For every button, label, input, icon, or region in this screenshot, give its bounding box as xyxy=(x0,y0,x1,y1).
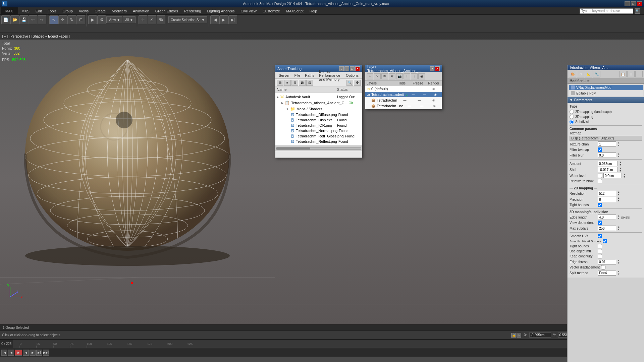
water-level-input[interactable] xyxy=(603,173,622,178)
menu-customize[interactable]: Customize xyxy=(260,8,283,14)
modifier-icon-6[interactable]: ⊞ xyxy=(627,71,635,77)
texture-refl-gloss[interactable]: 🖼 Tetradrachm_Refl_Gloss.png Found xyxy=(277,133,361,139)
maximize-button[interactable]: □ xyxy=(631,1,636,6)
undo-btn[interactable]: ↩ xyxy=(29,15,37,24)
split-method-spinner[interactable]: ▲▼ xyxy=(618,270,620,276)
asset-menu-bitmap-perf[interactable]: Bitmap Performance and Memory xyxy=(317,69,343,82)
snap-icon[interactable]: ⊹ xyxy=(517,333,521,338)
layer-row-sub1[interactable]: 📦 Tetradrachm — — ◉ xyxy=(365,98,442,103)
prev-frame-btn[interactable]: |◀ xyxy=(210,15,219,24)
file-item[interactable]: ▶ 📋 Tetradrachm_Athens_Ancient_C... Ok xyxy=(277,100,361,106)
angle-snap-btn[interactable]: ∠ xyxy=(148,15,156,24)
select-btn[interactable]: ↖ xyxy=(49,15,58,24)
precision-input[interactable] xyxy=(598,197,616,202)
menu-modifiers[interactable]: Modifiers xyxy=(109,8,129,14)
menu-rendering[interactable]: Rendering xyxy=(181,8,204,14)
tight-bounds-check[interactable] xyxy=(598,203,602,207)
view-mode-dropdown[interactable]: View ▼ xyxy=(106,16,122,23)
rotate-btn[interactable]: ↻ xyxy=(67,15,76,24)
water-level-check[interactable] xyxy=(598,174,602,178)
edge-thresh-spinner[interactable]: ▲▼ xyxy=(618,259,620,264)
layer-move-up[interactable]: ↑ xyxy=(404,73,410,79)
render-setup-btn[interactable]: ⚙ xyxy=(97,15,106,24)
modifier-icon-1[interactable]: 🎨 xyxy=(569,71,576,77)
anim-play-reverse[interactable]: ◀ xyxy=(23,350,29,356)
radio-subdivision[interactable]: Subdivision xyxy=(570,120,642,124)
resolution-input[interactable] xyxy=(598,191,616,196)
filter-texmap-check[interactable] xyxy=(598,147,602,152)
play-btn[interactable]: ▶ xyxy=(219,15,228,24)
edge-thresh-input[interactable] xyxy=(598,259,616,264)
split-method-input[interactable] xyxy=(598,270,616,276)
filter-blur-input[interactable] xyxy=(598,153,616,158)
asset-tool-4[interactable]: ⊠ xyxy=(299,80,306,86)
shift-input[interactable] xyxy=(598,167,618,172)
anim-play[interactable]: ▶ xyxy=(15,350,22,356)
asset-menu-paths[interactable]: Paths xyxy=(303,73,316,78)
texture-chan-input[interactable] xyxy=(598,141,616,147)
texture-diffuse[interactable]: 🖼 Tetradrachm_Diffuse.png Found xyxy=(277,112,361,117)
layer-delete-btn[interactable]: ✕ xyxy=(374,73,381,79)
menu-help[interactable]: Help xyxy=(307,8,320,14)
timeline-track[interactable]: 0 25 50 75 100 125 150 175 200 225 xyxy=(13,340,644,348)
snap-btn[interactable]: ⊹ xyxy=(139,15,147,24)
menu-views[interactable]: Views xyxy=(76,8,91,14)
lock-icon[interactable]: 🔒 xyxy=(511,333,516,338)
asset-tool-1[interactable]: ⊞ xyxy=(277,80,283,86)
anim-prev-frame[interactable]: ◀ xyxy=(8,350,14,356)
menu-group[interactable]: Group xyxy=(60,8,76,14)
max-subdivs-input[interactable] xyxy=(598,226,616,231)
amount-spinner[interactable]: ▲▼ xyxy=(619,161,622,166)
modifier-icon-7[interactable]: ↕ xyxy=(635,71,643,77)
scale-btn[interactable]: ⊡ xyxy=(76,15,85,24)
asset-tool-2[interactable]: ≡ xyxy=(284,80,291,86)
anim-end[interactable]: ▶▶| xyxy=(43,350,49,356)
anim-next-key[interactable]: ▶| xyxy=(36,350,42,356)
move-btn[interactable]: ✛ xyxy=(58,15,67,24)
anim-next-frame[interactable]: ▶ xyxy=(30,350,36,356)
layer-panel-help[interactable]: ? xyxy=(430,66,434,71)
radio-3d[interactable] xyxy=(570,115,574,119)
asset-tool-settings[interactable]: ⚙ xyxy=(354,80,361,86)
menu-edit[interactable]: Edit xyxy=(33,8,45,14)
modifier-icon-2[interactable]: ⚙ xyxy=(577,71,584,77)
layer-new-btn[interactable]: + xyxy=(367,73,373,79)
modifier-icon-3[interactable]: 📐 xyxy=(585,71,592,77)
menu-animation[interactable]: Animation xyxy=(130,8,152,14)
texture-ior[interactable]: 🖼 Tetradrachm_IOR.png Found xyxy=(277,123,361,128)
maps-folder[interactable]: ▼ 📁 Maps / Shaders xyxy=(277,106,361,112)
keep-continuity-check[interactable] xyxy=(598,254,602,258)
max-subdivs-spinner[interactable]: ▲▼ xyxy=(618,226,620,231)
relative-bbox-check[interactable] xyxy=(598,179,602,183)
asset-scrollbar[interactable] xyxy=(275,145,362,151)
texture-disp[interactable]: 🖼 Tetradrachm_Disp.exr Found xyxy=(277,117,361,123)
all-dropdown[interactable]: All ▼ xyxy=(123,16,136,23)
params-rollout-header[interactable]: ▼ Parameters xyxy=(568,97,644,103)
shift-spinner[interactable]: ▲▼ xyxy=(619,167,622,172)
precision-spinner[interactable]: ▲▼ xyxy=(618,197,620,202)
water-level-spinner[interactable]: ▲▼ xyxy=(623,173,626,178)
asset-menu-options[interactable]: Options xyxy=(344,73,361,78)
asset-menu-file[interactable]: File xyxy=(292,73,302,78)
smooth-uvs-check[interactable] xyxy=(598,234,602,238)
search-button[interactable]: 🔍 xyxy=(635,8,640,14)
menu-civil-view[interactable]: Civil View xyxy=(238,8,259,14)
radio-subdiv[interactable] xyxy=(570,120,574,124)
layer-hide-all[interactable]: 👁 xyxy=(381,73,388,79)
radio-3d-mapping[interactable]: 3D mapping xyxy=(570,115,642,119)
asset-tool-3[interactable]: ⊟ xyxy=(291,80,298,86)
anim-prev-key[interactable]: |◀ xyxy=(1,350,7,356)
asset-panel-minimize[interactable]: _ xyxy=(344,66,349,71)
amount-input[interactable] xyxy=(598,161,618,166)
layer-move-down[interactable]: ↓ xyxy=(411,73,418,79)
texture-chan-spinner[interactable]: ▲▼ xyxy=(618,141,620,147)
edge-length-input[interactable] xyxy=(598,215,616,220)
create-selection-btn[interactable]: Create Selection Se ▼ xyxy=(168,16,207,23)
asset-panel-maximize[interactable]: □ xyxy=(350,66,355,71)
disp-texmap-btn[interactable]: Disp (Tetradrachm_Disp.exr) xyxy=(570,136,642,141)
tight-bounds2-check[interactable] xyxy=(598,244,602,248)
layer-render-all[interactable]: 📷 xyxy=(396,73,403,79)
menu-maxscript[interactable]: MAXScript xyxy=(283,8,306,14)
edge-length-spinner[interactable]: ▲▼ xyxy=(618,215,620,220)
modifier-vray-displacement[interactable]: VRayDisplacementMod xyxy=(569,85,643,90)
